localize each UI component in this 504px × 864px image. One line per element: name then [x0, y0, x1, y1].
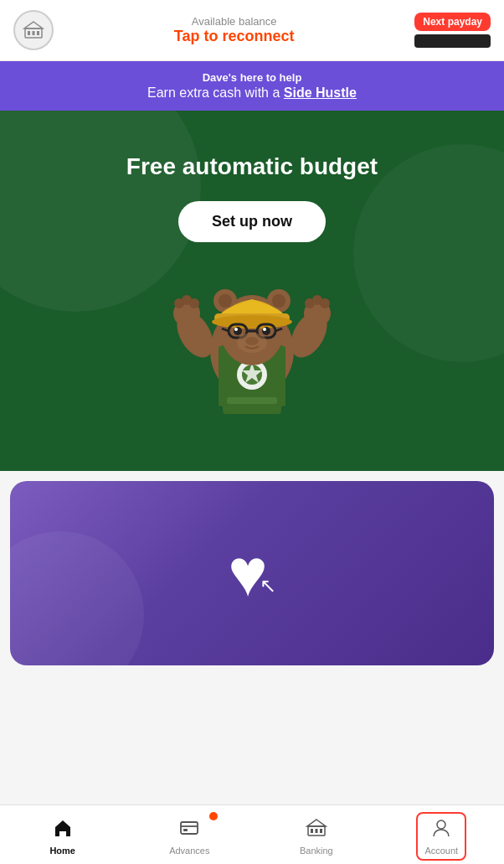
advances-badge [209, 812, 218, 820]
account-icon [430, 817, 452, 844]
svg-rect-43 [183, 829, 188, 831]
svg-marker-48 [307, 820, 326, 826]
nav-label-banking: Banking [300, 846, 333, 856]
next-payday-label: Next payday [414, 13, 491, 31]
svg-point-36 [263, 328, 266, 331]
header: Available balance Tap to reconnect Next … [0, 0, 504, 61]
header-center[interactable]: Available balance Tap to reconnect [174, 15, 295, 45]
advances-icon [178, 817, 200, 844]
bottom-nav: Home Advances Banking [0, 805, 504, 864]
next-payday-widget[interactable]: Next payday [414, 13, 491, 48]
svg-point-35 [234, 328, 238, 331]
budget-title: Free automatic budget [126, 153, 378, 181]
nav-label-account: Account [424, 846, 458, 856]
nav-item-banking[interactable]: Banking [291, 814, 342, 859]
svg-point-49 [437, 820, 445, 829]
budget-card: Free automatic budget Set up now [0, 111, 504, 471]
svg-rect-46 [315, 829, 317, 833]
heart-card[interactable]: ♥ ↖ [10, 481, 494, 665]
svg-point-25 [272, 294, 285, 308]
nav-item-home[interactable]: Home [38, 814, 88, 859]
svg-point-33 [234, 327, 242, 335]
svg-point-38 [237, 333, 267, 353]
next-payday-value [414, 34, 491, 48]
svg-point-23 [219, 294, 232, 308]
home-icon [52, 817, 74, 844]
svg-point-34 [262, 327, 270, 335]
svg-rect-45 [311, 829, 313, 833]
side-hustle-link[interactable]: Side Hustle [284, 85, 357, 100]
bear-mascot [17, 251, 487, 414]
setup-now-button[interactable]: Set up now [178, 201, 326, 242]
nav-item-account[interactable]: Account [416, 812, 466, 861]
available-balance-label: Available balance [192, 15, 277, 28]
banner-top-text: Dave's here to help [13, 71, 491, 84]
banking-icon [306, 817, 327, 844]
nav-label-advances: Advances [169, 846, 209, 856]
svg-rect-2 [33, 31, 35, 35]
svg-point-27 [212, 315, 292, 329]
svg-marker-4 [24, 22, 43, 28]
svg-rect-47 [320, 829, 322, 833]
bank-icon[interactable] [13, 10, 54, 50]
svg-rect-3 [37, 31, 39, 35]
banner-bottom-text: Earn extra cash with a Side Hustle [13, 85, 491, 101]
svg-point-10 [189, 298, 199, 308]
nav-item-advances[interactable]: Advances [162, 814, 216, 859]
svg-point-14 [320, 298, 330, 308]
svg-rect-41 [181, 822, 198, 834]
svg-rect-1 [28, 31, 30, 35]
cursor-icon: ↖ [260, 574, 276, 598]
side-hustle-banner[interactable]: Dave's here to help Earn extra cash with… [0, 61, 504, 111]
svg-rect-40 [227, 397, 277, 404]
tap-reconnect-text: Tap to reconnect [174, 28, 295, 45]
nav-label-home: Home [49, 846, 75, 856]
